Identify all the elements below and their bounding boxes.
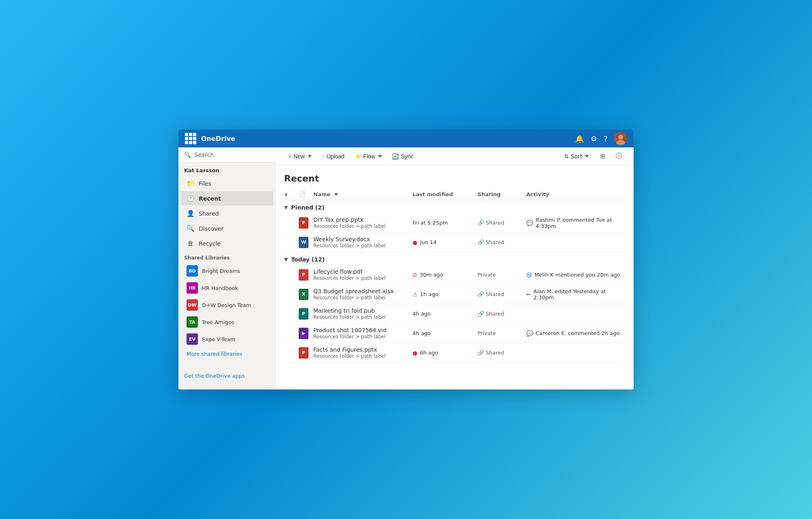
file-list-area: Recent ∨ 📄 Name Last modified Sharing (276, 165, 634, 389)
file-name: Product shot 1007564.vid (313, 327, 413, 333)
help-icon[interactable]: ? (604, 134, 608, 143)
title-bar: OneDrive 🔔 ⚙ ? (178, 130, 634, 147)
sidebar-item-shared[interactable]: 👤 Shared (181, 206, 274, 221)
file-name-cell: Q3 Budget spreadsheet.xlsx Resources fol… (313, 288, 413, 301)
search-icon: 🔍 (184, 151, 191, 158)
bell-icon[interactable]: 🔔 (575, 134, 584, 143)
file-icon-cell: P (299, 217, 313, 229)
file-modified: Fri at 5:25pm (413, 220, 478, 226)
file-path: Resources folder > path label (313, 223, 413, 229)
file-modified: ● 6h ago (413, 350, 478, 356)
table-row[interactable]: P Marketing tri fold.pub Resources folde… (284, 304, 625, 324)
check-col-header: ∨ (284, 191, 299, 197)
file-path: Resources folder > path label (313, 334, 413, 340)
error-icon: ● (413, 239, 417, 246)
new-button[interactable]: + New (284, 151, 316, 162)
file-name: DIY Tax prep.pptx (313, 216, 413, 223)
pub-icon: P (299, 308, 308, 320)
tree-amigos-label: Tree Amigos (202, 319, 234, 325)
search-label: Search (194, 151, 214, 158)
file-sharing: 🔗 Shared (478, 220, 526, 226)
sort-chevron-icon (585, 155, 589, 158)
gear-icon[interactable]: ⚙ (591, 134, 597, 143)
sidebar-item-recycle-label: Recycle (199, 240, 221, 247)
files-icon: 📁 (187, 179, 195, 187)
new-icon: + (288, 153, 291, 160)
pdf-icon: P (299, 269, 308, 281)
sort-icon: ⇅ (564, 153, 569, 160)
file-sharing: Private (478, 272, 526, 278)
name-col-header[interactable]: Name (313, 191, 413, 197)
file-name-cell: Facts and Figures.pptx Resources folder … (313, 346, 413, 359)
file-activity: @ Melih K mentioned you 20m ago (526, 272, 625, 278)
file-activity: 💬 Rashmi P. commented Tue at 4:33pm (526, 217, 625, 229)
today-section-header[interactable]: ▼ Today (12) (284, 252, 625, 265)
file-name: Marketing tri fold.pub (313, 307, 413, 314)
upload-button[interactable]: ↑ Upload (317, 151, 348, 162)
bright-dreams-badge: BD (187, 265, 198, 277)
file-icon-cell: P (299, 308, 313, 320)
sharing-icon: 🔗 (478, 239, 484, 245)
recent-icon: 🕐 (187, 195, 195, 202)
name-sort-icon (334, 193, 338, 196)
app-window: OneDrive 🔔 ⚙ ? 🔍 Search Kat Larsson (178, 130, 634, 389)
sort-button[interactable]: ⇅ Sort (560, 151, 593, 162)
error-icon: ● (413, 350, 417, 356)
flow-chevron-icon (378, 155, 382, 158)
get-apps-link[interactable]: Get the OneDrive apps (178, 369, 276, 383)
expo-v-team-badge: EV (187, 333, 198, 345)
file-name-cell: DIY Tax prep.pptx Resources folder > pat… (313, 216, 413, 229)
sidebar-item-files[interactable]: 📁 Files (181, 176, 274, 190)
table-row[interactable]: W Weekly Survey.docx Resources folder > … (284, 233, 625, 252)
sidebar-item-recent[interactable]: 🕐 Recent (181, 191, 274, 205)
sidebar-item-recycle[interactable]: 🗑 Recycle (181, 236, 274, 251)
sidebar-item-discover-label: Discover (199, 225, 224, 232)
comment-icon: 💬 (526, 330, 533, 337)
flow-button[interactable]: ⚡ Flow (350, 151, 386, 162)
toolbar-right: ⇅ Sort ⊞ ⓘ (560, 150, 625, 163)
file-sharing: Private (478, 330, 526, 336)
file-name: Lifecycle flow.pdf (313, 268, 413, 275)
sidebar-lib-bright-dreams[interactable]: BD Bright Dreams (181, 263, 274, 279)
file-activity: 💬 Cameron E. commented 2h ago (526, 330, 625, 337)
title-bar-actions: 🔔 ⚙ ? (575, 132, 627, 145)
sidebar-item-shared-label: Shared (199, 210, 219, 217)
sidebar-item-discover[interactable]: 🔍 Discover (181, 221, 274, 236)
pinned-section-header[interactable]: ▼ Pinned (2) (284, 200, 625, 213)
table-row[interactable]: P DIY Tax prep.pptx Resources folder > p… (284, 213, 625, 233)
block-icon: ⊘ (413, 272, 417, 278)
file-name: Q3 Budget spreadsheet.xlsx (313, 288, 413, 294)
user-avatar[interactable] (614, 132, 627, 145)
sidebar-lib-expo-v-team[interactable]: EV Expo V-Team (181, 331, 274, 347)
info-button[interactable]: ⓘ (612, 150, 625, 163)
file-icon-cell: W (299, 237, 313, 248)
discover-icon: 🔍 (187, 225, 195, 232)
sidebar-lib-hr-handbook[interactable]: HR HR Handbook (181, 280, 274, 296)
hr-handbook-label: HR Handbook (202, 285, 238, 291)
sidebar-lib-dw-design-team[interactable]: DW D+W Design Team (181, 297, 274, 313)
waffle-menu[interactable] (185, 133, 196, 144)
search-bar[interactable]: 🔍 Search (178, 147, 276, 162)
content-area: + New ↑ Upload ⚡ Flow 🔄 Sync (276, 147, 634, 389)
sharing-icon: 🔗 (478, 291, 484, 297)
pinned-chevron-icon: ▼ (284, 205, 288, 210)
sharing-icon: 🔗 (478, 350, 484, 356)
file-path: Resources folder > path label (313, 275, 413, 281)
new-chevron-icon (308, 155, 312, 158)
grid-view-button[interactable]: ⊞ (596, 150, 609, 163)
sync-button[interactable]: 🔄 Sync (388, 151, 417, 162)
more-shared-libraries-link[interactable]: More shared libraries (181, 348, 274, 359)
sidebar-item-recent-label: Recent (199, 195, 221, 202)
table-row[interactable]: X Q3 Budget spreadsheet.xlsx Resources f… (284, 285, 625, 304)
file-path: Resources folder > path label (313, 243, 413, 249)
file-modified: ⊘ 30m ago (413, 272, 478, 278)
table-row[interactable]: P Lifecycle flow.pdf Resources folder > … (284, 265, 625, 285)
flow-icon: ⚡ (354, 153, 361, 160)
today-chevron-icon: ▼ (284, 257, 288, 262)
file-icon-cell: P (299, 347, 313, 359)
file-sharing: 🔗 Shared (478, 350, 526, 356)
table-row[interactable]: P Facts and Figures.pptx Resources folde… (284, 343, 625, 363)
table-row[interactable]: ▶ Product shot 1007564.vid Resources fol… (284, 324, 625, 343)
sidebar-lib-tree-amigos[interactable]: TA Tree Amigos (181, 314, 274, 330)
sharing-col-header: Sharing (478, 191, 526, 197)
